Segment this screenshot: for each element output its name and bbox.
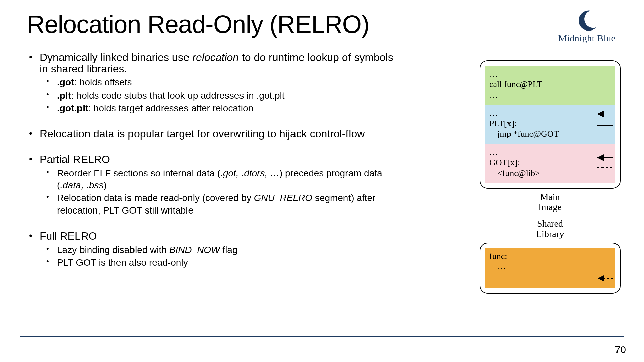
bullet-3-sub-1: Reorder ELF sections so internal data (.…: [40, 167, 402, 192]
bullet-1-sub-1: .got: holds offsets: [40, 76, 402, 88]
diagram-arrows: [480, 60, 621, 328]
slide-content: Dynamically linked binaries use relocati…: [27, 52, 402, 269]
bullet-2: Relocation data is popular target for ov…: [27, 128, 402, 140]
footer-divider: [20, 336, 624, 337]
bullet-1: Dynamically linked binaries use relocati…: [27, 52, 402, 114]
bullet-1-sub-3: .got.plt: holds target addresses after r…: [40, 102, 402, 114]
moon-icon: [575, 9, 599, 31]
slide-title: Relocation Read-Only (RELRO): [27, 10, 624, 39]
logo-text: Midnight Blue: [553, 33, 621, 44]
bullet-4-sub-2: PLT GOT is then also read-only: [40, 257, 402, 269]
logo: Midnight Blue: [553, 9, 621, 44]
diagram: … call func@PLT … … PLT[x]: jmp *func@GO…: [480, 60, 621, 294]
bullet-4: Full RELRO Lazy binding disabled with BI…: [27, 231, 402, 269]
bullet-3: Partial RELRO Reorder ELF sections so in…: [27, 154, 402, 217]
bullet-4-sub-1: Lazy binding disabled with BIND_NOW flag: [40, 244, 402, 256]
slide: Midnight Blue Relocation Read-Only (RELR…: [0, 0, 644, 362]
bullet-3-sub-2: Relocation data is made read-only (cover…: [40, 192, 402, 217]
bullet-1-sub-2: .plt: holds code stubs that look up addr…: [40, 89, 402, 102]
page-number: 70: [615, 344, 626, 355]
